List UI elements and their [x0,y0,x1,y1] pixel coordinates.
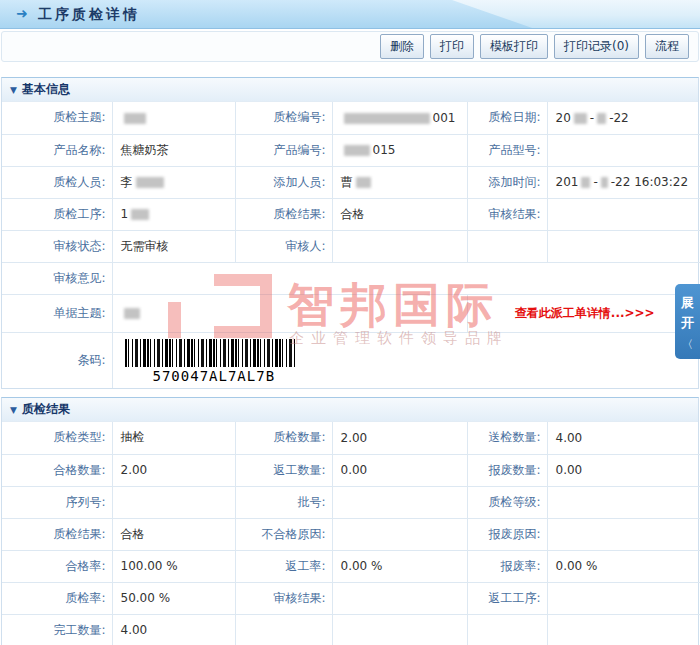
template-print-button[interactable]: 模板打印 [480,34,548,59]
field-value [332,486,467,518]
field-value: 曹 [332,166,467,198]
field-value: 4.00 [112,614,235,645]
field-value [547,134,700,166]
field-value [547,518,700,550]
field-label: 送检数量: [467,422,547,454]
field-value: 无需审核 [112,230,235,262]
collapse-triangle-icon[interactable]: ▼ [10,405,17,415]
field-label: 质检结果: [235,198,332,230]
field-value [112,102,235,134]
field-value: 焦糖奶茶 [112,134,235,166]
field-label: 添加人员: [235,166,332,198]
field-label: 产品型号: [467,134,547,166]
section-title: 质检结果 [22,401,70,418]
redacted-text [597,113,606,124]
field-label: 质检率: [2,582,112,614]
flow-button[interactable]: 流程 [645,34,689,59]
field-label: 返工率: [235,550,332,582]
field-value: 0.00 [547,454,700,486]
field-label: 质检等级: [467,486,547,518]
toolbar: 删除打印模板打印打印记录(0)流程 [1,31,699,62]
link-cell: 查看此派工单详情...>>> [467,294,700,332]
print-button[interactable]: 打印 [430,34,474,59]
section-basic-info: ▼ 基本信息 质检主题:质检编号:001质检日期:20--22产品名称:焦糖奶茶… [1,77,699,389]
field-value: 0.00 % [547,550,700,582]
field-label [235,614,332,645]
field-value [332,230,467,262]
field-value: 合格 [332,198,467,230]
field-value: 015 [332,134,467,166]
print-record-button[interactable]: 打印记录(0) [554,34,639,59]
field-value [547,198,700,230]
field-label: 审核结果: [235,582,332,614]
field-label: 质检结果: [2,518,112,550]
page-header: ➜ 工序质检详情 [0,0,700,29]
expand-arrow-icon: 〈 [679,337,696,352]
delete-button[interactable]: 删除 [380,34,424,59]
view-dispatch-order-link[interactable]: 查看此派工单详情...>>> [515,306,655,320]
field-value: 0.00 [332,454,467,486]
redacted-text [131,209,149,220]
field-label: 审核结果: [467,198,547,230]
field-label: 质检类型: [2,422,112,454]
field-label: 质检工序: [2,198,112,230]
redacted-text [601,177,608,188]
field-label: 合格数量: [2,454,112,486]
redacted-text [136,177,164,188]
field-value: 合格 [112,518,235,550]
field-value [547,230,700,262]
toolbar-buttons: 删除打印模板打印打印记录(0)流程 [380,34,689,59]
field-label: 质检人员: [2,166,112,198]
field-label: 完工数量: [2,614,112,645]
redacted-text [344,145,370,156]
barcode-cell: 570047AL7AL7B [112,332,700,388]
field-value: 李 [112,166,235,198]
field-label: 质检日期: [467,102,547,134]
expand-tab[interactable]: 展开 〈 [675,284,700,359]
field-value [332,518,467,550]
field-label: 返工工序: [467,582,547,614]
field-value [547,486,700,518]
field-label: 合格率: [2,550,112,582]
field-value: 4.00 [547,422,700,454]
field-value [547,614,700,645]
field-label: 质检主题: [2,102,112,134]
page-title: 工序质检详情 [38,6,140,24]
field-label: 审核状态: [2,230,112,262]
field-value: 2.00 [112,454,235,486]
field-label: 报废原因: [467,518,547,550]
field-value [112,262,700,294]
barcode-image [125,339,297,367]
collapse-triangle-icon[interactable]: ▼ [10,85,17,95]
field-label: 质检编号: [235,102,332,134]
field-value [547,582,700,614]
field-value: 20--22 [547,102,700,134]
field-value [332,582,467,614]
barcode-text: 570047AL7AL7B [153,368,699,384]
field-label: 添加时间: [467,166,547,198]
redacted-text [124,113,146,124]
field-label: 报废率: [467,550,547,582]
basic-info-table: 质检主题:质检编号:001质检日期:20--22产品名称:焦糖奶茶产品编号:01… [2,102,700,388]
field-value [112,294,467,332]
field-label: 不合格原因: [235,518,332,550]
field-value: 2.00 [332,422,467,454]
basic-info-section-header[interactable]: ▼ 基本信息 [2,78,698,102]
field-label: 报废数量: [467,454,547,486]
redacted-text [581,177,590,188]
field-label: 单据主题: [2,294,112,332]
field-label [467,230,547,262]
field-value: 001 [332,102,467,134]
field-value: 201--22 16:03:22 [547,166,700,198]
field-label: 审核意见: [2,262,112,294]
field-value: 1 [112,198,235,230]
title-arrow-icon: ➜ [16,5,28,21]
section-qc-result: ▼ 质检结果 质检类型:抽检质检数量:2.00送检数量:4.00合格数量:2.0… [1,397,699,645]
field-label: 返工数量: [235,454,332,486]
field-label: 产品名称: [2,134,112,166]
redacted-text [344,113,430,124]
qc-result-section-header[interactable]: ▼ 质检结果 [2,398,698,422]
field-value: 100.00 % [112,550,235,582]
field-label: 质检数量: [235,422,332,454]
redacted-text [574,113,587,124]
